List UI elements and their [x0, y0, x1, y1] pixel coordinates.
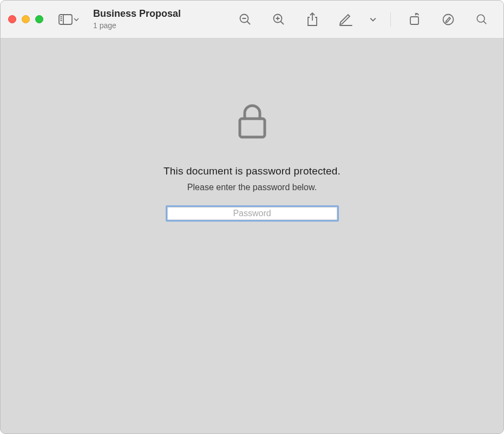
svg-point-16 [477, 15, 485, 22]
password-panel: This document is password protected. Ple… [139, 103, 366, 222]
svg-point-15 [443, 14, 454, 24]
zoom-in-icon [272, 13, 285, 26]
password-headline: This document is password protected. [163, 165, 341, 177]
sidebar-icon [58, 14, 73, 25]
zoom-window-button[interactable] [35, 15, 43, 23]
zoom-out-icon [239, 13, 252, 26]
title-block: Business Proposal 1 page [93, 8, 181, 30]
preview-window: Business Proposal 1 page [0, 0, 504, 434]
share-button[interactable] [300, 9, 324, 30]
zoom-out-button[interactable] [233, 9, 257, 30]
zoom-in-button[interactable] [267, 9, 291, 30]
markup-menu-button[interactable] [368, 9, 378, 30]
svg-rect-0 [59, 15, 72, 24]
markup-button[interactable] [334, 9, 358, 30]
minimize-window-button[interactable] [22, 15, 30, 23]
toolbar-actions [233, 9, 494, 30]
search-icon [476, 14, 488, 25]
password-subline: Please enter the password below. [187, 183, 317, 192]
pencil-icon [339, 13, 353, 26]
lock-icon [238, 103, 267, 141]
chevron-down-icon [370, 16, 376, 23]
document-title: Business Proposal [93, 8, 181, 20]
highlight-button[interactable] [436, 9, 460, 30]
sidebar-toggle-button[interactable] [56, 9, 83, 30]
svg-rect-18 [240, 119, 265, 137]
window-controls [8, 15, 43, 23]
titlebar: Business Proposal 1 page [1, 1, 503, 38]
document-subtitle: 1 page [93, 21, 181, 30]
rotate-icon [408, 13, 421, 26]
content-area: This document is password protected. Ple… [1, 38, 503, 433]
rotate-button[interactable] [403, 9, 427, 30]
close-window-button[interactable] [8, 15, 16, 23]
marker-circle-icon [442, 13, 455, 26]
svg-line-17 [483, 21, 486, 24]
chevron-down-icon [74, 17, 79, 22]
toolbar-separator [390, 12, 391, 27]
svg-line-9 [281, 21, 284, 24]
search-button[interactable] [470, 9, 494, 30]
svg-rect-14 [410, 17, 418, 24]
password-field-wrap [166, 205, 339, 222]
password-input[interactable] [167, 207, 337, 220]
svg-line-6 [247, 21, 251, 24]
share-icon [306, 12, 318, 27]
